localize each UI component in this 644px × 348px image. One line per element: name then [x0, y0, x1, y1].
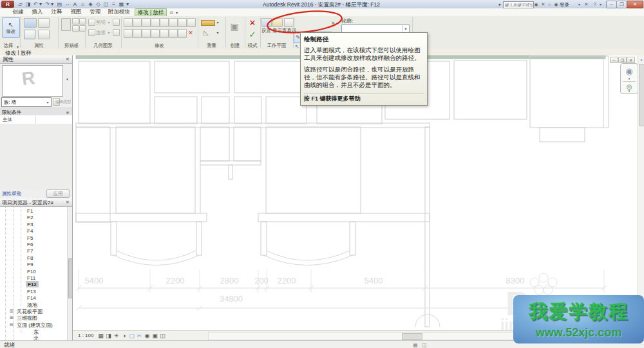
detail-level-icon[interactable]: ▦	[97, 332, 104, 339]
tab-manage[interactable]: 管理	[86, 8, 104, 16]
print-icon[interactable]: ▤	[56, 1, 63, 7]
undo-dropdown-icon[interactable]: ▾	[39, 1, 43, 7]
browser-item-f13[interactable]: F13	[27, 288, 36, 295]
mirror-pick-icon[interactable]	[151, 18, 160, 27]
qat-customize-icon[interactable]: ▾	[126, 1, 129, 7]
browser-item-f6[interactable]: F6	[27, 241, 33, 247]
help-search-input[interactable]	[503, 1, 534, 8]
browser-node-ceiling-plans[interactable]: 天花板平面	[17, 308, 43, 314]
exchange-x-icon[interactable]: ✕	[583, 1, 589, 7]
panel-label-create[interactable]: 创建	[225, 43, 245, 49]
browser-scrollbar[interactable]	[67, 207, 73, 340]
browser-item-east[interactable]: 东	[33, 329, 39, 335]
match-icon[interactable]	[178, 29, 187, 38]
type-properties-icon[interactable]	[38, 30, 50, 39]
redo-dropdown-icon[interactable]: ▾	[50, 1, 54, 7]
type-selector-dropdown-icon[interactable]: ▾	[45, 99, 50, 105]
pin-tool-icon[interactable]	[187, 18, 196, 27]
array-icon[interactable]	[151, 29, 160, 38]
temporary-hide-icon[interactable]: ◉	[144, 332, 151, 339]
visual-style-icon[interactable]: ◨	[105, 332, 112, 339]
match-type-icon[interactable]	[72, 25, 79, 32]
properties-close-icon[interactable]: ✕	[64, 56, 71, 63]
browser-node-elevations[interactable]: 立面 (建筑立面)	[17, 322, 53, 328]
split-icon[interactable]	[160, 18, 169, 27]
show-crop-icon[interactable]: ✂	[136, 332, 143, 339]
browser-close-icon[interactable]: ✕	[64, 199, 71, 206]
tab-addins[interactable]: 附加模块	[106, 8, 133, 16]
browser-item-f3[interactable]: F3	[27, 221, 33, 227]
show-workplane-label[interactable]: 显示	[272, 28, 282, 34]
tab-create[interactable]: 创建	[9, 8, 27, 16]
vertical-scrollbar[interactable]: ▲ ▼	[638, 55, 644, 330]
browser-item-f4[interactable]: F4	[27, 227, 33, 234]
section-icon[interactable]: ◫	[102, 1, 109, 7]
browser-item-f12-selected[interactable]: F12	[26, 281, 39, 287]
apply-button[interactable]: 应用	[46, 189, 70, 198]
panel-label-workplane[interactable]: 工作平面	[260, 43, 293, 49]
cancel-sketch-icon[interactable]: ✕	[247, 17, 258, 28]
shadows-icon[interactable]: ◑	[120, 332, 128, 339]
browser-item-f7[interactable]: F7	[27, 247, 33, 254]
panel-label-mode[interactable]: 模式	[245, 43, 260, 49]
browser-item-f10[interactable]: F10	[27, 268, 36, 275]
view-minimize-icon[interactable]: ─	[610, 57, 618, 63]
home-view-icon[interactable]: ⌂	[79, 1, 86, 7]
cut-clipboard-icon[interactable]	[72, 18, 79, 24]
measure-length-icon[interactable]	[201, 20, 215, 26]
edit-type-label[interactable]: 编辑类型	[55, 99, 71, 105]
browser-item-f2[interactable]: F2	[27, 214, 33, 220]
tab-options-dropdown-icon[interactable]: ▾	[175, 10, 179, 15]
mirror-axis-icon[interactable]	[142, 18, 151, 27]
set-workplane-icon[interactable]	[261, 18, 272, 27]
panel-label-geometry[interactable]: 几何图形	[85, 43, 121, 49]
browser-item-f5[interactable]: F5	[27, 235, 33, 241]
measure-dropdown-icon[interactable]: ▾	[216, 19, 220, 24]
panel-label-select[interactable]: 选择	[0, 43, 17, 49]
revit-app-button[interactable]: R	[1, 1, 14, 8]
panel-label-modify[interactable]: 修改	[121, 43, 198, 49]
cut-extra-icon[interactable]	[113, 19, 120, 26]
switch-windows-icon[interactable]: ▦	[118, 1, 125, 7]
measure-icon[interactable]: ↔	[64, 1, 71, 7]
browser-item-north[interactable]: 北	[33, 335, 39, 340]
analytical-icon[interactable]: ◫	[159, 332, 166, 339]
exchange-apps-icon[interactable]: ✕	[540, 1, 546, 7]
join-geometry-label[interactable]: 连接	[96, 30, 106, 36]
browser-item-f14[interactable]: F14	[27, 295, 36, 301]
panel-label-measure[interactable]: 测量	[198, 43, 225, 49]
show-workplane-icon[interactable]	[272, 18, 283, 27]
create-group-icon[interactable]: ▣	[228, 20, 241, 33]
crop-view-icon[interactable]: ▢	[128, 332, 135, 339]
render-icon[interactable]: ◈	[87, 1, 94, 7]
search-icon[interactable]: ◉	[533, 1, 539, 7]
tab-insert[interactable]: 插入	[28, 8, 46, 16]
browser-item-f11[interactable]: F11	[27, 275, 35, 281]
modify-tool-button[interactable]: ↖ 修改	[2, 17, 20, 38]
collapse-icon[interactable]: ⊟	[9, 322, 14, 327]
properties-palette-icon[interactable]	[24, 18, 37, 28]
tab-view[interactable]: 视图	[67, 8, 85, 16]
help-icon[interactable]: ?	[592, 1, 598, 7]
browser-item-f9[interactable]: F9	[27, 261, 33, 267]
browser-item-site[interactable]: 场地	[27, 302, 37, 308]
angle-dropdown-icon[interactable]: ▾	[216, 30, 220, 35]
copy-tool-icon[interactable]	[133, 29, 142, 38]
view-restore-icon[interactable]: ❐	[618, 57, 627, 63]
properties-toggle-icon[interactable]	[24, 30, 35, 39]
design-options-icon[interactable]: ◫	[421, 342, 428, 348]
extend-icon[interactable]	[178, 18, 187, 27]
join-extra-icon[interactable]	[113, 29, 120, 36]
favorites-icon[interactable]: ☆	[547, 1, 553, 7]
join-geometry-icon[interactable]	[88, 29, 95, 36]
user-icon[interactable]: ◉	[553, 1, 559, 7]
text-icon[interactable]: A	[71, 1, 79, 7]
rotate-icon[interactable]	[142, 29, 151, 38]
expand-icon[interactable]: ⊞	[9, 315, 14, 320]
sun-path-icon[interactable]: ☀	[113, 332, 120, 339]
move-icon[interactable]	[124, 29, 133, 38]
scroll-up-icon[interactable]: ▲	[639, 56, 644, 62]
expand-icon[interactable]: ⊞	[9, 309, 14, 314]
browser-item-f1[interactable]: F1	[27, 208, 33, 214]
close-button[interactable]: ✕	[627, 1, 643, 8]
